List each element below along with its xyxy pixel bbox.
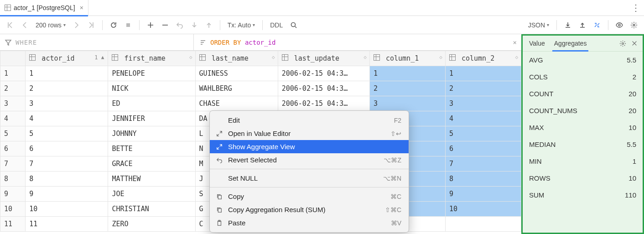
reload-button[interactable] — [107, 19, 120, 31]
cell[interactable]: GUINESS — [195, 66, 278, 81]
cell[interactable]: 1 — [26, 66, 108, 81]
cell[interactable]: 2006-02-15 04:3… — [278, 96, 369, 111]
cell[interactable]: 8 — [445, 172, 521, 187]
cell[interactable]: JOHNNY — [108, 126, 195, 141]
cell[interactable]: 9 — [445, 187, 521, 202]
compare-button[interactable] — [591, 19, 603, 31]
context-menu-item[interactable]: Revert Selected⌥⌘Z — [210, 153, 409, 166]
column-header-actor-id[interactable]: actor_id 1 ▲ — [26, 51, 108, 66]
context-menu-item[interactable]: Copy Aggregation Result (SUM)⇧⌘C — [210, 203, 409, 216]
import-button[interactable] — [576, 19, 589, 31]
cell[interactable]: 10 — [26, 202, 108, 217]
editor-tab[interactable]: actor_1 [PostgreSQL] × — [0, 0, 88, 16]
overflow-icon[interactable]: ⋮ — [631, 2, 640, 13]
output-format-dropdown[interactable]: JSON ▾ — [525, 19, 552, 31]
settings-button[interactable] — [628, 19, 640, 31]
submit-button[interactable] — [203, 19, 215, 31]
aggregate-row[interactable]: MAX10 — [523, 119, 643, 136]
cell[interactable]: 11 — [26, 217, 108, 232]
tab-aggregates[interactable]: Aggregates — [550, 36, 592, 52]
where-filter[interactable]: WHERE — [0, 34, 194, 50]
column-header-column-1[interactable]: column_1 ◇ — [369, 51, 445, 66]
cell[interactable]: 8 — [26, 172, 108, 187]
cell[interactable]: CHRISTIAN — [108, 202, 195, 217]
table-row[interactable]: 33EDCHASE2006-02-15 04:3…33 — [0, 96, 521, 111]
clear-orderby-button[interactable]: × — [513, 39, 517, 46]
cell[interactable]: NICK — [108, 81, 195, 96]
cell[interactable]: 1 — [369, 66, 445, 81]
context-menu-item[interactable]: Set NULL⌥⌘N — [210, 172, 409, 185]
cell[interactable]: 4 — [445, 111, 521, 126]
revert-button[interactable] — [173, 19, 186, 31]
stop-button[interactable] — [122, 19, 135, 31]
cell[interactable]: 2006-02-15 04:3… — [278, 66, 369, 81]
context-menu-item[interactable]: Open in Value Editor⇧↩ — [210, 127, 409, 140]
aggregate-row[interactable]: COLS2 — [523, 68, 643, 85]
close-icon[interactable]: × — [80, 4, 83, 11]
next-page-button[interactable] — [70, 19, 83, 31]
cell[interactable]: ED — [108, 96, 195, 111]
cell[interactable]: 10 — [445, 202, 521, 217]
panel-close-button[interactable] — [629, 38, 640, 49]
orderby-filter[interactable]: ORDER BY actor_id × — [194, 34, 521, 50]
table-row[interactable]: 22NICKWAHLBERG2006-02-15 04:3…22 — [0, 81, 521, 96]
aggregate-row[interactable]: AVG5.5 — [523, 52, 643, 68]
column-header-last-name[interactable]: last_name ◇ — [195, 51, 278, 66]
search-button[interactable] — [287, 19, 300, 31]
context-menu-item[interactable]: Paste⌘V — [210, 216, 409, 229]
cell[interactable]: 2006-02-15 04:3… — [278, 81, 369, 96]
column-header-last-update[interactable]: last_update ◇ — [278, 51, 369, 66]
aggregate-row[interactable]: MEDIAN5.5 — [523, 136, 643, 153]
cell[interactable]: 1 — [445, 66, 521, 81]
cell[interactable]: WAHLBERG — [195, 81, 278, 96]
aggregate-row[interactable]: ROWS10 — [523, 170, 643, 187]
tab-value[interactable]: Value — [525, 36, 550, 52]
cell[interactable]: 3 — [26, 96, 108, 111]
context-menu[interactable]: EditF2Open in Value Editor⇧↩Show Aggrega… — [209, 110, 409, 233]
commit-button[interactable] — [188, 19, 201, 31]
column-header-column-2[interactable]: column_2 ◇ — [445, 51, 521, 66]
aggregate-row[interactable]: MIN1 — [523, 153, 643, 170]
aggregate-row[interactable]: COUNT20 — [523, 85, 643, 102]
context-menu-item[interactable]: Show Aggregate View — [210, 140, 409, 153]
add-row-button[interactable] — [144, 19, 157, 31]
cell[interactable]: 6 — [26, 141, 108, 156]
cell[interactable]: 4 — [26, 111, 108, 126]
cell[interactable]: 2 — [369, 81, 445, 96]
export-button[interactable] — [561, 19, 574, 31]
rowcount-dropdown[interactable]: 200 rows ▾ — [33, 19, 68, 31]
cell[interactable]: BETTE — [108, 141, 195, 156]
table-row[interactable]: 11PENELOPEGUINESS2006-02-15 04:3…11 — [0, 66, 521, 81]
cell[interactable]: GRACE — [108, 156, 195, 172]
cell[interactable]: 5 — [445, 126, 521, 141]
tx-mode-dropdown[interactable]: Tx: Auto ▾ — [225, 19, 258, 31]
cell[interactable]: 5 — [26, 126, 108, 141]
cell[interactable]: 6 — [445, 141, 521, 156]
last-page-button[interactable] — [85, 19, 98, 31]
cell[interactable]: MATTHEW — [108, 172, 195, 187]
view-button[interactable] — [613, 19, 626, 31]
panel-settings-button[interactable] — [617, 38, 628, 49]
aggregate-row[interactable]: COUNT_NUMS20 — [523, 102, 643, 119]
cell[interactable]: 9 — [26, 187, 108, 202]
cell[interactable]: 3 — [445, 96, 521, 111]
cell[interactable]: CHASE — [195, 96, 278, 111]
column-header-first-name[interactable]: first_name ◇ — [108, 51, 195, 66]
cell[interactable]: 2 — [445, 81, 521, 96]
prev-page-button[interactable] — [18, 19, 31, 31]
cell[interactable]: 7 — [26, 156, 108, 172]
cell[interactable] — [445, 217, 521, 232]
context-menu-item[interactable]: Copy⌘C — [210, 190, 409, 203]
aggregate-row[interactable]: SUM110 — [523, 187, 643, 203]
first-page-button[interactable] — [4, 19, 16, 31]
remove-row-button[interactable] — [159, 19, 171, 31]
context-menu-item[interactable]: EditF2 — [210, 114, 409, 127]
cell[interactable]: JOE — [108, 187, 195, 202]
cell[interactable]: 7 — [445, 156, 521, 172]
cell[interactable]: PENELOPE — [108, 66, 195, 81]
cell[interactable]: ZERO — [108, 217, 195, 232]
cell[interactable]: 2 — [26, 81, 108, 96]
ddl-button[interactable]: DDL — [267, 19, 286, 31]
cell[interactable]: 3 — [369, 96, 445, 111]
cell[interactable]: JENNIFER — [108, 111, 195, 126]
